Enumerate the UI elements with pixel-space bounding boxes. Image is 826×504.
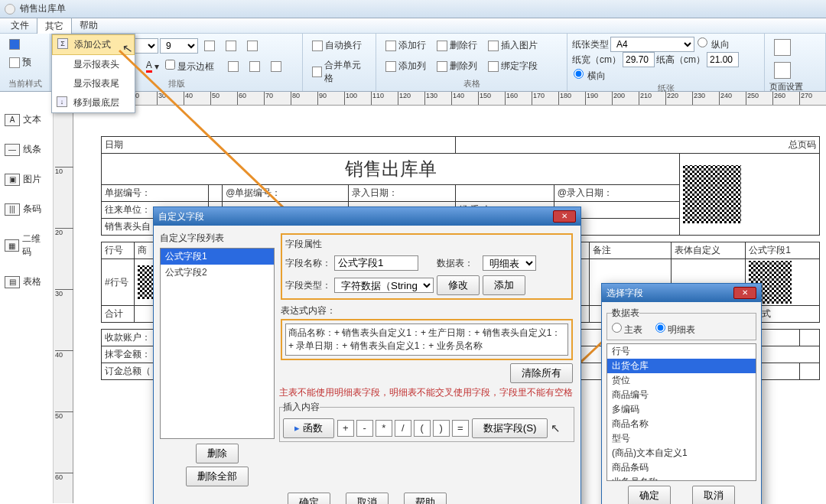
insert-image-button[interactable]: 插入图片 — [483, 37, 542, 54]
detail-table-radio[interactable]: 明细表 — [655, 324, 695, 335]
date-cell[interactable]: 日期 — [102, 137, 456, 154]
font-color-button[interactable]: A▾ — [141, 57, 164, 75]
tool-image[interactable]: ▣图片 — [3, 168, 50, 190]
col-formula[interactable]: 公式字段1 — [746, 242, 820, 259]
func-button[interactable]: ▸ 函数 — [283, 418, 334, 438]
bill-no-label[interactable]: 单据编号： — [102, 185, 209, 202]
paper-h-input[interactable] — [707, 52, 739, 67]
sf-item[interactable]: (商品)文本自定义1 — [607, 446, 756, 460]
sf-title: 选择字段 — [606, 287, 643, 300]
del-row-button[interactable]: 删除行 — [432, 37, 482, 54]
sf-item[interactable]: 型号 — [607, 431, 756, 446]
col-no[interactable]: 行号 — [102, 242, 135, 259]
add-row-button[interactable]: 添加行 — [381, 37, 431, 54]
report-title[interactable]: 销售出库单 — [102, 154, 680, 185]
show-border-check[interactable]: 显示边框 — [165, 60, 214, 73]
portrait-radio[interactable]: 纵向 — [696, 37, 730, 51]
merge-cells-button[interactable]: 合并单元格 — [307, 57, 371, 87]
sf-item[interactable]: 多编码 — [607, 402, 756, 417]
landscape-radio[interactable]: 横向 — [572, 69, 606, 83]
sf-item[interactable]: 货位 — [607, 373, 756, 388]
op-(-button[interactable]: ( — [414, 420, 431, 437]
sf-cancel-button[interactable]: 取消 — [692, 486, 735, 504]
sf-ok-button[interactable]: 确定 — [628, 486, 671, 504]
align-bottom-button[interactable] — [242, 38, 262, 54]
menu-help[interactable]: 帮助 — [72, 18, 106, 34]
add-col-icon — [385, 61, 396, 72]
table-select[interactable]: 明细表 — [483, 255, 536, 271]
page-no-cell[interactable]: 总页码 — [455, 137, 819, 154]
page-setup-button[interactable] — [769, 37, 795, 58]
help-button[interactable]: 帮助 — [404, 493, 447, 504]
tool-table[interactable]: ▤表格 — [3, 271, 50, 293]
sf-item[interactable]: 商品编号 — [607, 388, 756, 402]
op-+-button[interactable]: + — [337, 420, 354, 437]
menu-file[interactable]: 文件 — [3, 18, 37, 34]
close-button[interactable]: ✕ — [553, 210, 576, 223]
move-bottom-icon: ↓ — [57, 96, 67, 107]
report-prop-button[interactable] — [769, 60, 795, 81]
delete-all-button[interactable]: 删除全部 — [186, 467, 249, 486]
col-body-custom[interactable]: 表体自定义 — [672, 242, 746, 259]
col-remark[interactable]: 备注 — [589, 242, 672, 259]
type-select[interactable]: 字符数据（String） — [334, 278, 434, 293]
sf-item[interactable]: 行号 — [607, 344, 756, 359]
sf-item[interactable]: 商品名称 — [607, 417, 756, 431]
main-table-radio[interactable]: 主表 — [612, 324, 642, 335]
tool-barcode[interactable]: |||条码 — [3, 198, 50, 220]
sf-close-button[interactable]: ✕ — [733, 287, 756, 299]
line-icon: — — [5, 144, 20, 156]
dropdown-show-header[interactable]: 显示报表头 — [52, 55, 135, 74]
sf-list[interactable]: 行号出货仓库货位商品编号多编码商品名称型号(商品)文本自定义1商品条码业务员名称… — [606, 343, 756, 481]
bind-field-button[interactable]: 绑定字段 — [483, 57, 542, 75]
add-button[interactable]: 添加 — [483, 275, 525, 295]
clear-all-button[interactable]: 清除所有 — [510, 363, 573, 383]
halign-right-button[interactable] — [266, 59, 286, 74]
tool-qrcode[interactable]: ▦二维码 — [3, 228, 50, 263]
op---button[interactable]: - — [356, 420, 373, 437]
field-list[interactable]: 公式字段1 公式字段2 — [160, 248, 275, 439]
ok-button[interactable]: 确定 — [288, 493, 330, 504]
tool-text[interactable]: A文本 — [3, 109, 50, 131]
prop-title: 字段属性 — [285, 238, 568, 251]
entry-date-label[interactable]: 录入日期： — [348, 185, 455, 202]
field-name-input[interactable] — [334, 255, 418, 271]
tool-line[interactable]: —线条 — [3, 138, 50, 161]
paper-type-select[interactable]: A4 — [610, 37, 694, 52]
field-item-1[interactable]: 公式字段1 — [161, 249, 274, 265]
halign-left-button[interactable] — [223, 59, 243, 74]
modify-button[interactable]: 修改 — [437, 275, 480, 295]
paper-w-input[interactable] — [623, 52, 655, 67]
op-*-button[interactable]: * — [376, 420, 392, 437]
bill-no-at[interactable]: @单据编号： — [223, 185, 349, 202]
del-col-button[interactable]: 删除列 — [432, 57, 482, 75]
align-mid-button[interactable] — [221, 38, 241, 54]
row-no[interactable]: #行号 — [102, 259, 135, 306]
entry-date-at[interactable]: @录入日期： — [554, 185, 680, 202]
total-label[interactable]: 合计 — [102, 306, 135, 323]
halign-center-button[interactable] — [245, 59, 265, 74]
field-item-2[interactable]: 公式字段2 — [161, 265, 274, 281]
add-col-button[interactable]: 添加列 — [381, 57, 431, 75]
save-button[interactable] — [5, 37, 24, 52]
paper-w-label: 纸宽（cm） — [572, 54, 621, 67]
font-size-select[interactable]: 9 — [160, 38, 198, 54]
cancel-button[interactable]: 取消 — [346, 493, 389, 504]
type-label: 字段类型： — [285, 279, 331, 292]
data-field-button[interactable]: 数据字段(S) — [472, 418, 548, 438]
delete-field-button[interactable]: 删除 — [196, 444, 239, 463]
menu-other[interactable]: 其它 — [37, 18, 72, 34]
preview-button[interactable]: 预 — [5, 54, 36, 71]
expression-input[interactable]: 商品名称：+ 销售表头自定义1：+ 生产日期：+ 销售表头自定义1：+ 录单日期… — [285, 324, 568, 356]
op-)-button[interactable]: ) — [433, 420, 450, 437]
align-left-button[interactable] — [200, 38, 220, 54]
sf-item[interactable]: 出货仓库 — [607, 359, 756, 373]
auto-wrap-button[interactable]: 自动换行 — [307, 37, 366, 54]
sf-item[interactable]: 商品条码 — [607, 460, 756, 475]
op-/-button[interactable]: / — [395, 420, 411, 437]
op-=-button[interactable]: = — [452, 420, 469, 437]
titlebar: 销售出库单 — [0, 0, 826, 18]
sf-item[interactable]: 业务员名称 — [607, 475, 756, 481]
dropdown-move-bottom[interactable]: ↓移到最底层 — [52, 93, 135, 112]
dropdown-show-footer[interactable]: 显示报表尾 — [52, 74, 135, 93]
